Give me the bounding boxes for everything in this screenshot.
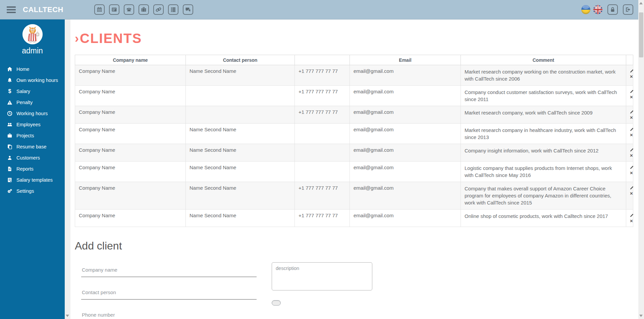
company-name-input[interactable] xyxy=(81,264,257,277)
cell-actions: × xyxy=(626,210,633,227)
sidebar: admin Home Own working hours $ Salary Pe… xyxy=(0,19,65,319)
bell-icon xyxy=(7,78,13,83)
topbar-toolbar xyxy=(94,4,193,15)
sign-out-icon xyxy=(625,7,631,12)
cell-actions: × xyxy=(626,86,633,106)
scroll-up-arrow-icon[interactable] xyxy=(639,2,643,4)
home-icon xyxy=(7,66,13,72)
pencil-icon xyxy=(630,69,634,73)
chat-icon xyxy=(185,7,191,12)
id-card-button[interactable] xyxy=(109,4,119,15)
cell-phone xyxy=(295,162,350,182)
cell-email: email@gmail.com xyxy=(350,182,461,210)
cell-company: Company Name xyxy=(75,124,186,144)
language-english-flag-icon[interactable] xyxy=(593,5,602,14)
page-title: › CLIENTS xyxy=(75,31,638,46)
cell-actions: × xyxy=(626,106,633,124)
cell-contact xyxy=(186,86,295,106)
cell-company: Company Name xyxy=(75,106,186,124)
sidebar-item-salary[interactable]: $ Salary xyxy=(0,86,65,97)
cell-email: email@gmail.com xyxy=(350,86,461,106)
sidebar-item-customers[interactable]: Customers xyxy=(0,152,65,163)
clients-table: Company name Contact person Email Commen… xyxy=(75,55,633,227)
id-card-icon xyxy=(111,7,117,12)
description-textarea[interactable] xyxy=(272,262,372,290)
briefcase-icon xyxy=(141,7,147,12)
sidebar-item-employees[interactable]: Employees xyxy=(0,119,65,130)
lock-icon xyxy=(610,7,615,12)
lock-button[interactable] xyxy=(607,4,618,15)
topbar-right xyxy=(581,4,644,15)
sidebar-item-working-hours[interactable]: Working hours xyxy=(0,108,65,119)
cell-company: Company Name xyxy=(75,162,186,182)
scroll-down-arrow-icon[interactable] xyxy=(639,315,643,317)
header-actions xyxy=(626,55,633,65)
pencil-icon xyxy=(630,186,634,190)
form-description-column xyxy=(272,262,372,306)
cell-actions: × xyxy=(626,182,633,210)
pencil-icon xyxy=(630,214,634,217)
cell-contact: Name Second Name xyxy=(186,144,295,162)
menu-toggle-button[interactable] xyxy=(5,4,17,15)
add-client-form xyxy=(75,262,638,319)
table-row: Company Name Name Second Name email@gmai… xyxy=(75,124,633,144)
phone-number-input[interactable] xyxy=(81,309,257,319)
cell-actions: × xyxy=(626,124,633,144)
sidebar-item-own-working-hours[interactable]: Own working hours xyxy=(0,75,65,86)
cell-comment: Company that makes overall support of Am… xyxy=(461,182,626,210)
copy-icon xyxy=(7,144,13,149)
logout-button[interactable] xyxy=(623,4,633,15)
users-icon xyxy=(7,122,13,127)
scrollbar-thumb[interactable] xyxy=(639,12,643,57)
table-row: Company Name +1 777 777 77 77 email@gmai… xyxy=(75,106,633,124)
sidebar-item-penalty[interactable]: Penalty xyxy=(0,97,65,108)
header-contact-person: Contact person xyxy=(186,55,295,65)
sidebar-item-projects[interactable]: Projects xyxy=(0,130,65,141)
sidebar-scrollbar[interactable] xyxy=(65,19,70,319)
cell-company: Company Name xyxy=(75,144,186,162)
table-row: Company Name Name Second Name +1 777 777… xyxy=(75,182,633,210)
username: admin xyxy=(0,46,65,55)
cell-company: Company Name xyxy=(75,210,186,227)
link-button[interactable] xyxy=(153,4,164,15)
scroll-down-arrow-icon[interactable] xyxy=(66,315,69,317)
sidebar-item-settings[interactable]: Settings xyxy=(0,185,65,196)
cell-email: email@gmail.com xyxy=(350,162,461,182)
phone-icon xyxy=(126,7,132,12)
brand-logo: CALLTECH xyxy=(23,5,63,14)
contact-person-input[interactable] xyxy=(81,286,257,300)
submit-button[interactable] xyxy=(272,300,281,306)
calendar-button[interactable] xyxy=(94,4,105,15)
table-row: Company Name Name Second Name +1 777 777… xyxy=(75,65,633,86)
cell-phone: +1 777 777 77 77 xyxy=(295,86,350,106)
topbar: CALLTECH xyxy=(0,0,644,19)
pencil-icon xyxy=(630,110,634,114)
warning-icon xyxy=(7,100,13,105)
page-scrollbar[interactable] xyxy=(638,0,644,319)
phone-button[interactable] xyxy=(124,4,134,15)
pencil-icon xyxy=(630,148,634,152)
add-client-title: Add client xyxy=(75,240,638,252)
pencil-icon xyxy=(630,166,634,169)
sidebar-item-home[interactable]: Home xyxy=(0,63,65,75)
cell-comment: Logistic company that supplies products … xyxy=(461,162,626,182)
table-row: Company Name +1 777 777 77 77 email@gmai… xyxy=(75,86,633,106)
table-row: Company Name Name Second Name +1 777 777… xyxy=(75,210,633,227)
language-ukrainian-flag-icon[interactable] xyxy=(581,5,590,14)
briefcase-button[interactable] xyxy=(139,4,149,15)
sidebar-item-reports[interactable]: Reports xyxy=(0,163,65,174)
avatar[interactable] xyxy=(22,24,43,44)
dollar-icon: $ xyxy=(7,89,13,94)
link-icon xyxy=(156,7,161,12)
cell-actions: × xyxy=(626,65,633,86)
cell-phone: +1 777 777 77 77 xyxy=(295,65,350,86)
sidebar-item-resume-base[interactable]: Resume base xyxy=(0,141,65,152)
chat-button[interactable] xyxy=(183,4,193,15)
list-icon xyxy=(170,7,176,12)
cell-comment: Market research company working on the c… xyxy=(461,65,626,86)
sidebar-item-salary-templates[interactable]: Salary templates xyxy=(0,174,65,185)
list-button[interactable] xyxy=(168,4,178,15)
cell-comment: Company conduct customer satisfaction su… xyxy=(461,86,626,106)
person-icon xyxy=(7,155,13,161)
cell-company: Company Name xyxy=(75,65,186,86)
